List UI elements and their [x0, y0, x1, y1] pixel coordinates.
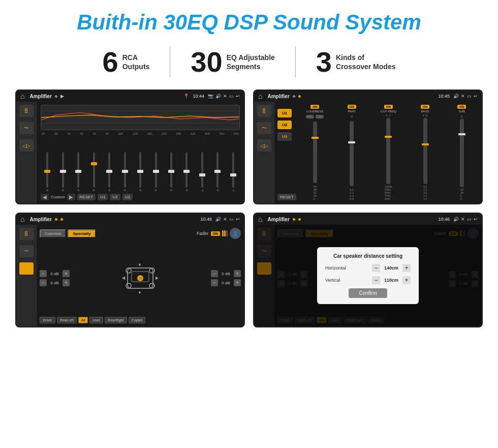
eq-sidebar-tune[interactable]: 🎚	[19, 105, 34, 117]
dialog-vertical-minus[interactable]: −	[372, 276, 380, 284]
eq-track-7[interactable]	[139, 152, 141, 188]
eq-sidebar-wave[interactable]: 〜	[19, 122, 34, 134]
bass-slider[interactable]	[423, 118, 427, 184]
eq-track-1[interactable]	[46, 152, 48, 188]
cross-reset-btn[interactable]: RESET	[277, 194, 296, 200]
cross-x-icon[interactable]: ✕	[461, 94, 465, 99]
dialog-vertical-plus[interactable]: +	[402, 276, 411, 284]
fader-user-btn[interactable]: User	[89, 317, 103, 323]
eq-track-2[interactable]	[62, 152, 64, 188]
eq-thumb-4[interactable]	[91, 162, 97, 165]
eq-thumb-6[interactable]	[122, 170, 128, 173]
eq-track-4[interactable]	[93, 152, 95, 188]
fader-db3-plus[interactable]: +	[234, 270, 241, 277]
fader-db1-plus[interactable]: +	[63, 270, 70, 277]
eq-track-5[interactable]	[108, 152, 110, 188]
eq-track-11[interactable]	[201, 152, 203, 188]
eq-u2-btn[interactable]: U2	[110, 194, 120, 200]
eq-home-icon[interactable]: ⌂	[20, 92, 24, 100]
dist-back-icon[interactable]: ↩	[474, 217, 478, 222]
eq-thumb-9[interactable]	[168, 170, 174, 173]
dist-home-icon[interactable]: ⌂	[258, 215, 262, 223]
cross-u2-btn[interactable]: U2	[277, 121, 292, 129]
fader-home-icon[interactable]: ⌂	[20, 215, 24, 223]
fader-vol-icon[interactable]: 🔊	[215, 217, 221, 222]
fader-rearright-btn[interactable]: RearRight	[105, 317, 127, 323]
eq-track-12[interactable]	[216, 152, 219, 188]
eq-track-3[interactable]	[77, 152, 79, 188]
dialog-horizontal-minus[interactable]: −	[372, 264, 380, 272]
dist-vol-icon[interactable]: 🔊	[453, 217, 459, 222]
fader-rearleft-btn[interactable]: RearLeft	[57, 317, 77, 323]
eq-thumb-7[interactable]	[137, 170, 143, 173]
eq-track-13[interactable]	[232, 152, 234, 188]
eq-thumb-2[interactable]	[60, 170, 66, 173]
eq-thumb-11[interactable]	[199, 173, 205, 176]
fader-back-icon[interactable]: ↩	[236, 217, 240, 222]
eq-track-6[interactable]	[124, 152, 126, 188]
loudness-sw1[interactable]: —	[306, 115, 314, 118]
eq-track-10[interactable]	[185, 152, 188, 188]
eq-thumb-10[interactable]	[183, 170, 190, 173]
fader-db2-plus[interactable]: +	[63, 279, 70, 286]
eq-back-icon[interactable]: ↩	[236, 94, 240, 99]
bass-thumb[interactable]	[422, 143, 429, 145]
cross-u1-btn[interactable]: U1	[277, 109, 292, 117]
eq-track-9[interactable]	[170, 152, 172, 188]
sub-thumb[interactable]	[458, 133, 465, 135]
fader-db4-plus[interactable]: +	[234, 279, 241, 286]
eq-rect-icon[interactable]: ▭	[229, 94, 234, 99]
eq-thumb-5[interactable]	[106, 170, 112, 173]
eq-thumb-1[interactable]	[44, 170, 50, 173]
cross-rect-icon[interactable]: ▭	[467, 94, 472, 99]
cross-vol-icon[interactable]: 🔊	[453, 94, 459, 99]
eq-play-icon[interactable]: ▶	[60, 94, 64, 99]
eq-vol-icon[interactable]: 🔊	[215, 94, 221, 99]
fader-tab-common[interactable]: Common	[40, 229, 66, 238]
eq-track-8[interactable]	[155, 152, 157, 188]
eq-u3-btn[interactable]: U3	[122, 194, 133, 200]
cross-u3-btn[interactable]: U3	[277, 132, 292, 141]
eq-prev-btn[interactable]: ◀	[41, 194, 49, 200]
cross-back-icon[interactable]: ↩	[474, 94, 478, 99]
eq-thumb-13[interactable]	[230, 173, 236, 176]
eq-thumb-3[interactable]	[75, 170, 81, 173]
fader-person-icon[interactable]: 👤	[230, 228, 241, 239]
fader-x-icon[interactable]: ✕	[223, 217, 227, 222]
eq-reset-btn[interactable]: RESET	[77, 194, 96, 200]
phat-thumb[interactable]	[348, 141, 355, 143]
loudness-thumb[interactable]	[312, 137, 319, 139]
dialog-confirm-btn[interactable]: Confirm	[349, 288, 387, 298]
fader-on-btn[interactable]: ON	[211, 231, 221, 236]
fader-db3-minus[interactable]: −	[211, 270, 218, 277]
eq-thumb-12[interactable]	[214, 170, 221, 173]
sub-slider[interactable]	[460, 119, 464, 187]
bass-on-btn[interactable]: ON	[421, 105, 429, 109]
fader-driver-btn[interactable]: Driver	[40, 317, 55, 323]
eq-x-icon[interactable]: ✕	[223, 94, 227, 99]
sub-on-btn[interactable]: ON	[457, 105, 466, 109]
fader-sidebar-vol[interactable]: ◁▷	[19, 262, 34, 275]
loudness-slider[interactable]	[313, 122, 317, 183]
fader-db2-minus[interactable]: −	[40, 279, 47, 286]
fader-db1-minus[interactable]: −	[40, 270, 47, 277]
loudness-on-btn[interactable]: ON	[310, 105, 319, 109]
fader-copilot-btn[interactable]: Copilot	[129, 317, 146, 323]
fader-sidebar-wave[interactable]: 〜	[19, 245, 34, 257]
fader-tab-specialty[interactable]: Specialty	[68, 229, 96, 238]
dialog-horizontal-plus[interactable]: +	[402, 264, 411, 272]
cross-sidebar-tune[interactable]: 🎚	[257, 105, 271, 117]
eq-next-btn[interactable]: ▶	[67, 194, 75, 200]
eq-thumb-8[interactable]	[153, 170, 159, 173]
loudness-sw2[interactable]: —	[316, 115, 324, 118]
phat-slider[interactable]	[350, 121, 354, 186]
cutfreq-thumb[interactable]	[385, 136, 392, 138]
dist-x-icon[interactable]: ✕	[461, 217, 465, 222]
fader-sidebar-tune[interactable]: 🎚	[19, 228, 34, 240]
cutfreq-on-btn[interactable]: ON	[384, 105, 393, 109]
fader-db4-minus[interactable]: −	[211, 279, 218, 286]
eq-u1-btn[interactable]: U1	[98, 194, 108, 200]
cutfreq-slider[interactable]	[386, 118, 390, 184]
eq-sidebar-vol[interactable]: ◁▷	[19, 139, 34, 152]
cross-home-icon[interactable]: ⌂	[258, 92, 262, 100]
